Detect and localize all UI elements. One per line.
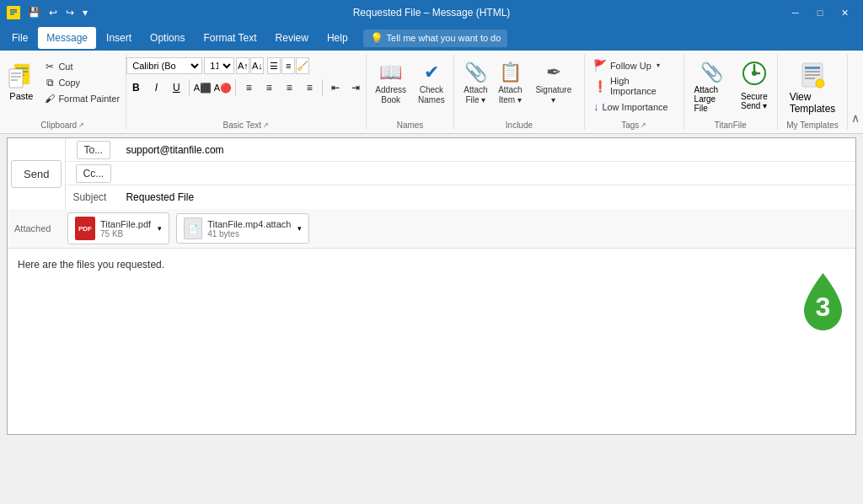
cc-label[interactable]: Cc... [76,164,112,183]
svg-rect-8 [9,69,23,88]
title-bar: 💾 ↩ ↪ ▾ Requested File – Message (HTML) … [0,0,863,25]
attachment-1-arrow[interactable]: ▾ [158,224,162,233]
secure-send-button[interactable]: SecureSend ▾ [737,57,772,115]
format-painter-button[interactable]: 🖌 Format Painter [41,91,122,106]
address-book-icon: 📖 [379,62,402,83]
to-row: To... [66,138,855,162]
font-grow-button[interactable]: A↑ [236,57,249,74]
attach-item-button[interactable]: 📋 AttachItem ▾ [494,57,527,110]
font-family-select[interactable]: Calibri (Bo [126,57,202,74]
address-book-button[interactable]: 📖 AddressBook [370,57,411,110]
basic-text-expand-icon[interactable]: ↗ [263,121,269,129]
undo-quick-btn[interactable]: ↩ [46,5,60,20]
file-icon: 📄 [184,217,202,239]
high-importance-button[interactable]: ❗ High Importance [590,74,678,98]
tags-expand-icon[interactable]: ↗ [641,121,646,129]
signature-icon: ✒ [546,62,561,83]
check-names-button[interactable]: ✔ CheckNames [413,57,450,110]
cc-label-button[interactable]: Cc... [66,163,121,185]
to-label[interactable]: To... [77,141,111,159]
menu-help[interactable]: Help [319,27,356,49]
font-size-select[interactable]: 11 [204,57,234,74]
clear-format-button[interactable]: 🧹 [296,57,309,74]
cc-input[interactable] [121,164,855,183]
ribbon-group-basic-text: Calibri (Bo 11 A↑ A↓ ☰ ≡ 🧹 B I U [126,54,367,130]
menu-review[interactable]: Review [267,27,317,49]
follow-up-button[interactable]: 🚩 Follow Up ▾ [590,57,678,73]
tags-content: 🚩 Follow Up ▾ ❗ High Importance ↓ Low Im… [590,57,678,119]
email-fields-area: To... Cc... Subject [66,138,855,209]
italic-button[interactable]: I [147,78,165,97]
clipboard-small-buttons: ✂ Cut ⧉ Copy 🖌 Format Painter [41,57,122,106]
align-separator [235,79,236,96]
paste-button[interactable]: Paste [3,57,40,105]
align-center-button[interactable]: ≡ [260,78,278,97]
svg-rect-9 [11,72,21,74]
highlight-button[interactable]: A⬛ [193,78,212,97]
more-quick-btn[interactable]: ▾ [80,5,90,20]
font-color-button[interactable]: A🔴 [213,78,232,97]
low-importance-button[interactable]: ↓ Low Importance [590,99,678,115]
names-group-label: Names [372,121,448,130]
copy-label: Copy [58,78,80,88]
close-button[interactable]: ✕ [833,3,856,22]
svg-rect-16 [805,71,820,72]
main-email-layout: Send To... Cc... [8,138,855,209]
window-title: Requested File – Message (HTML) [353,7,511,19]
menu-format-text[interactable]: Format Text [195,27,265,49]
minimize-button[interactable]: ─ [784,3,807,22]
to-label-button[interactable]: To... [66,139,121,161]
window-controls: ─ □ ✕ [784,3,856,22]
ribbon-group-tags: 🚩 Follow Up ▾ ❗ High Importance ↓ Low Im… [585,54,684,130]
align-right-button[interactable]: ≡ [280,78,298,97]
attach-large-file-button[interactable]: 📎 AttachLarge File [689,57,735,117]
decrease-indent-button[interactable]: ⇤ [326,78,345,97]
templates-group-label: My Templates [783,121,842,130]
tell-me-input[interactable]: 💡 Tell me what you want to do [363,29,508,47]
high-importance-label: High Importance [610,76,675,96]
cut-label: Cut [58,62,72,72]
bold-button[interactable]: B [126,78,145,97]
svg-rect-11 [11,79,18,81]
menu-insert[interactable]: Insert [98,27,140,49]
send-button[interactable]: Send [11,160,62,188]
underline-button[interactable]: U [167,78,185,97]
ribbon-collapse-button[interactable]: ∧ [848,54,863,130]
svg-rect-15 [805,67,820,69]
attach-file-button[interactable]: 📎 AttachFile ▾ [459,57,492,110]
subject-input[interactable] [121,188,855,206]
follow-up-label: Follow Up [610,61,651,71]
svg-rect-18 [805,78,815,79]
low-importance-icon: ↓ [593,100,599,113]
titanfile-content: 📎 AttachLarge File SecureSend ▾ [689,57,772,119]
menu-file[interactable]: File [3,27,36,49]
save-quick-btn[interactable]: 💾 [25,5,43,20]
cut-button[interactable]: ✂ Cut [41,59,122,74]
email-body[interactable]: Here are the files you requested. [8,249,855,434]
menu-options[interactable]: Options [142,27,193,49]
font-shrink-button[interactable]: A↓ [250,57,264,74]
redo-quick-btn[interactable]: ↪ [63,5,77,20]
clipboard-expand-icon[interactable]: ↗ [78,121,84,129]
tell-me-text: Tell me what you want to do [387,33,501,43]
align-left-button[interactable]: ≡ [239,78,258,97]
justify-button[interactable]: ≡ [300,78,319,97]
view-templates-button[interactable]: ⚡ ViewTemplates [782,57,844,119]
to-input[interactable] [121,141,855,159]
increase-indent-button[interactable]: ⇥ [346,78,365,97]
secure-send-label: SecureSend ▾ [741,92,768,110]
signature-button[interactable]: ✒ Signature ▾ [528,57,579,110]
bullets-button[interactable]: ☰ [267,57,281,74]
attachment-2[interactable]: 📄 TitanFile.mp4.attach 41 bytes ▾ [176,213,309,244]
copy-button[interactable]: ⧉ Copy [41,75,122,90]
attachments-row: Attached PDF TitanFile.pdf 75 KB ▾ 📄 Tit… [8,209,855,249]
numbering-button[interactable]: ≡ [281,57,295,74]
attach-file-label: AttachFile ▾ [464,85,487,105]
menu-message[interactable]: Message [38,27,96,49]
ribbon-group-names: 📖 AddressBook ✔ CheckNames Names [367,54,454,130]
title-bar-left: 💾 ↩ ↪ ▾ [7,5,90,20]
attachment-2-arrow[interactable]: ▾ [297,224,302,233]
restore-button[interactable]: □ [808,3,832,22]
attach-file-icon: 📎 [464,62,487,83]
attachment-1[interactable]: PDF TitanFile.pdf 75 KB ▾ [67,212,169,244]
